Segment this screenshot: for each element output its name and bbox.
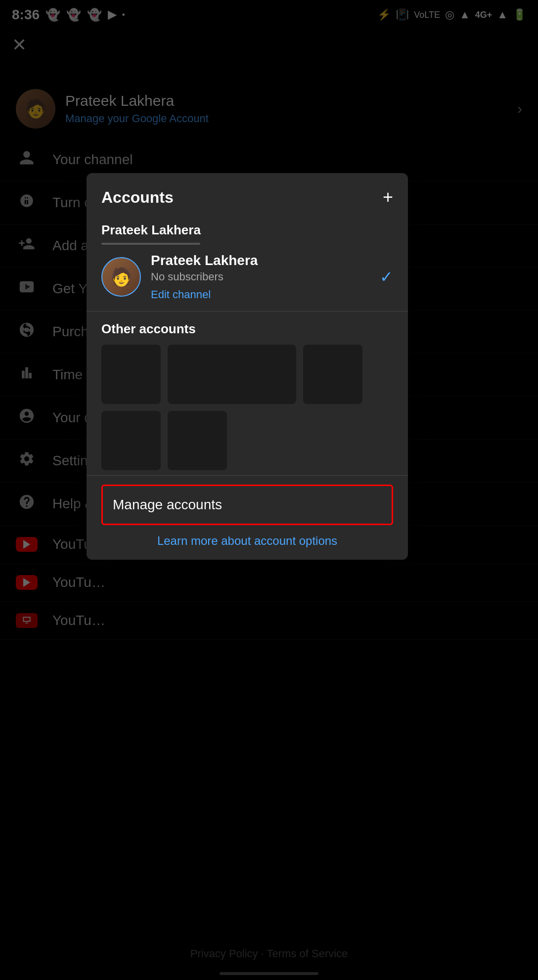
other-accounts-list — [101, 345, 393, 470]
blurred-account-5 — [168, 411, 227, 470]
accounts-modal: Accounts + Prateek Lakhera 🧑 Prateek Lak… — [87, 173, 408, 560]
active-account-section: Prateek Lakhera 🧑 Prateek Lakhera No sub… — [87, 218, 408, 312]
edit-channel-link[interactable]: Edit channel — [151, 288, 370, 301]
modal-bottom: Manage accounts Learn more about account… — [87, 475, 408, 560]
manage-accounts-button[interactable]: Manage accounts — [101, 485, 393, 525]
modal-overlay: Accounts + Prateek Lakhera 🧑 Prateek Lak… — [0, 0, 538, 980]
active-avatar: 🧑 — [101, 257, 141, 297]
modal-header: Accounts + — [87, 173, 408, 218]
active-account-bar — [101, 243, 200, 245]
active-account-info: Prateek Lakhera No subscribers Edit chan… — [151, 253, 370, 301]
blurred-account-2 — [168, 345, 296, 404]
check-icon: ✓ — [380, 267, 393, 286]
other-accounts-section: Other accounts — [87, 312, 408, 475]
modal-title: Accounts — [101, 188, 174, 207]
active-subscribers: No subscribers — [151, 270, 370, 283]
blurred-account-4 — [101, 411, 161, 470]
active-account-row: 🧑 Prateek Lakhera No subscribers Edit ch… — [101, 253, 393, 301]
active-account-name: Prateek Lakhera — [101, 223, 393, 238]
blurred-account-3 — [303, 345, 362, 404]
learn-more-link[interactable]: Learn more about account options — [101, 534, 393, 548]
add-account-button[interactable]: + — [383, 187, 393, 208]
other-accounts-title: Other accounts — [101, 321, 393, 337]
active-channel-name: Prateek Lakhera — [151, 253, 370, 268]
blurred-account-1 — [101, 345, 161, 404]
